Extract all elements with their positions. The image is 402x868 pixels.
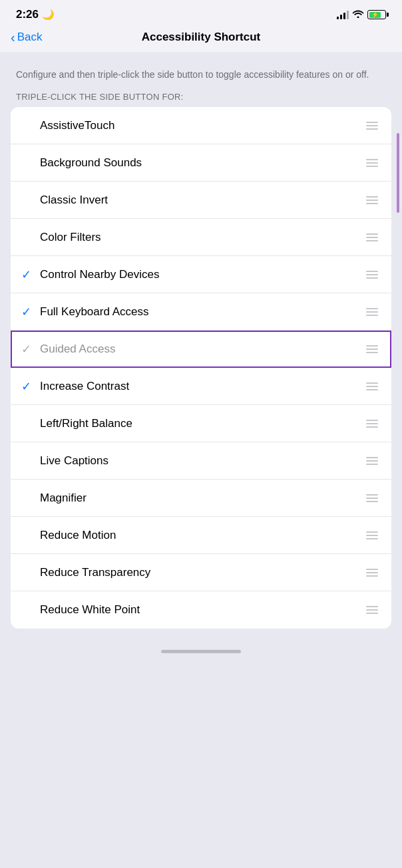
list-item-assistive-touch[interactable]: ✓AssistiveTouch [11, 107, 391, 144]
drag-handle-full-keyboard-access[interactable] [363, 305, 381, 319]
list-item-reduce-motion[interactable]: ✓Reduce Motion [11, 517, 391, 554]
back-button[interactable]: ‹ Back [11, 31, 42, 44]
status-bar: 2:26 🌙 ⚡ [0, 0, 402, 25]
item-label-reduce-motion: Reduce Motion [40, 528, 363, 543]
item-label-full-keyboard-access: Full Keyboard Access [40, 305, 363, 319]
drag-handle-magnifier[interactable] [363, 492, 381, 505]
description-text: Configure and then triple-click the side… [11, 63, 391, 92]
drag-handle-control-nearby-devices[interactable] [363, 268, 381, 281]
drag-handle-reduce-transparency[interactable] [363, 566, 381, 579]
drag-handle-increase-contrast[interactable] [363, 380, 381, 393]
page-title: Accessibility Shortcut [142, 31, 261, 44]
drag-handle-guided-access[interactable] [363, 343, 381, 356]
drag-handle-classic-invert[interactable] [363, 194, 381, 207]
item-label-left-right-balance: Left/Right Balance [40, 416, 363, 431]
item-label-classic-invert: Classic Invert [40, 193, 363, 208]
list-item-increase-contrast[interactable]: ✓Increase Contrast [11, 368, 391, 405]
list-item-live-captions[interactable]: ✓Live Captions [11, 442, 391, 480]
drag-handle-left-right-balance[interactable] [363, 417, 381, 430]
back-chevron-icon: ‹ [11, 31, 15, 44]
back-label: Back [17, 31, 43, 44]
item-label-magnifier: Magnifier [40, 491, 363, 506]
item-label-control-nearby-devices: Control Nearby Devices [40, 267, 363, 282]
home-bar [161, 650, 241, 653]
list-item-magnifier[interactable]: ✓Magnifier [11, 480, 391, 517]
item-label-color-filters: Color Filters [40, 230, 363, 245]
list-item-color-filters[interactable]: ✓Color Filters [11, 219, 391, 256]
drag-handle-reduce-motion[interactable] [363, 529, 381, 542]
item-label-assistive-touch: AssistiveTouch [40, 118, 363, 133]
status-time: 2:26 🌙 [16, 8, 55, 21]
checkmark-full-keyboard-access: ✓ [21, 305, 40, 319]
checkmark-control-nearby-devices: ✓ [21, 267, 40, 282]
list-item-reduce-white-point[interactable]: ✓Reduce White Point [11, 591, 391, 629]
nav-bar: ‹ Back Accessibility Shortcut [0, 25, 402, 52]
section-header: TRIPLE-CLICK THE SIDE BUTTON FOR: [11, 92, 391, 107]
item-label-guided-access: Guided Access [40, 342, 363, 357]
checkmark-increase-contrast: ✓ [21, 379, 40, 394]
list-item-guided-access[interactable]: ✓Guided Access [11, 331, 391, 368]
time-label: 2:26 [16, 8, 39, 21]
status-icons: ⚡ [337, 9, 386, 20]
moon-icon: 🌙 [42, 9, 55, 21]
shortcuts-list: ✓AssistiveTouch✓Background Sounds✓Classi… [11, 107, 391, 629]
item-label-live-captions: Live Captions [40, 454, 363, 468]
item-label-increase-contrast: Increase Contrast [40, 379, 363, 394]
list-item-background-sounds[interactable]: ✓Background Sounds [11, 144, 391, 182]
drag-handle-background-sounds[interactable] [363, 156, 381, 170]
item-label-reduce-white-point: Reduce White Point [40, 603, 363, 617]
battery-icon: ⚡ [367, 10, 386, 19]
content-area: Configure and then triple-click the side… [0, 52, 402, 629]
list-item-full-keyboard-access[interactable]: ✓Full Keyboard Access [11, 293, 391, 331]
scroll-indicator[interactable] [397, 133, 399, 213]
checkmark-guided-access: ✓ [21, 342, 40, 357]
drag-handle-color-filters[interactable] [363, 231, 381, 244]
drag-handle-reduce-white-point[interactable] [363, 603, 381, 617]
item-label-background-sounds: Background Sounds [40, 156, 363, 170]
list-item-control-nearby-devices[interactable]: ✓Control Nearby Devices [11, 256, 391, 293]
list-item-classic-invert[interactable]: ✓Classic Invert [11, 182, 391, 219]
signal-icon [337, 10, 349, 19]
drag-handle-live-captions[interactable] [363, 454, 381, 468]
list-item-left-right-balance[interactable]: ✓Left/Right Balance [11, 405, 391, 442]
list-item-reduce-transparency[interactable]: ✓Reduce Transparency [11, 554, 391, 591]
wifi-icon [353, 9, 363, 20]
home-indicator [0, 639, 402, 658]
drag-handle-assistive-touch[interactable] [363, 119, 381, 132]
item-label-reduce-transparency: Reduce Transparency [40, 565, 363, 580]
